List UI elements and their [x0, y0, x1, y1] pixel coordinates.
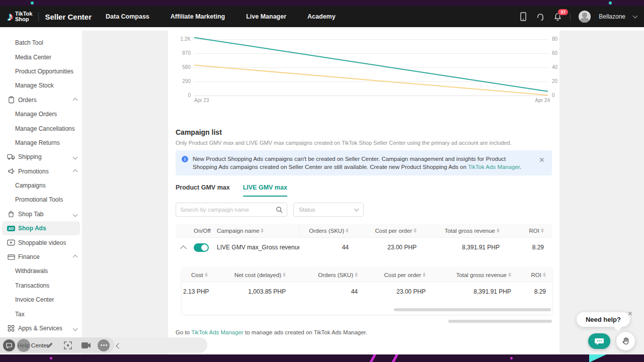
sort-icon[interactable] [497, 228, 500, 233]
sort-icon[interactable] [205, 273, 208, 277]
status-dropdown[interactable]: Status [293, 203, 364, 217]
nav-item-academy[interactable]: Academy [307, 13, 336, 20]
sidebar-item-manage-returns[interactable]: Manage Returns [0, 136, 82, 150]
campaign-toggle[interactable] [194, 243, 209, 252]
subtable-header-row: Cost Net cost (delayed) Orders (SKU) Cos… [182, 268, 552, 282]
chevron-down-icon[interactable] [73, 211, 77, 218]
help-center-chat-icon[interactable] [3, 339, 15, 351]
more-options-icon[interactable] [98, 339, 110, 351]
sidebar-item-apps-services[interactable]: Apps & Services [0, 321, 82, 335]
sidebar-item-label: Shipping [18, 153, 42, 160]
sort-icon[interactable] [355, 273, 358, 277]
nav-item-data-compass[interactable]: Data Compass [106, 13, 149, 20]
nav-item-live-manager[interactable]: Live Manager [246, 13, 286, 20]
notifications-bell-icon[interactable]: 37 [553, 12, 562, 21]
avatar[interactable] [579, 11, 591, 23]
sidebar-item-manage-stock[interactable]: Manage Stock [0, 78, 82, 93]
col-cost-per-order[interactable]: Cost per order [365, 272, 433, 278]
table-horizontal-scrollbar[interactable] [448, 320, 552, 323]
banner-close-icon[interactable] [538, 156, 546, 164]
subtable-horizontal-scrollbar[interactable] [394, 308, 551, 311]
sidebar-item-promotions[interactable]: Promotions [0, 164, 82, 178]
collapse-caret-icon[interactable] [180, 245, 187, 252]
brand-text: TikTok Shop [15, 11, 32, 22]
tab-live-gmv-max[interactable]: LIVE GMV max [243, 184, 287, 197]
support-headset-icon[interactable] [536, 12, 545, 21]
video-camera-icon[interactable] [79, 339, 93, 352]
chevron-down-icon[interactable] [73, 153, 77, 160]
chevron-down-icon[interactable] [73, 325, 77, 332]
subtable-row: 2.13 PHP 1,003.85 PHP 44 23.00 PHP 8,391… [182, 282, 552, 301]
sort-icon[interactable] [261, 228, 264, 233]
chevron-up-icon[interactable] [73, 253, 77, 260]
ad-badge: AD [7, 226, 16, 232]
collapse-toolbar-icon[interactable] [117, 341, 121, 350]
sidebar-item-batch-tool[interactable]: Batch Tool [0, 36, 82, 50]
sidebar-item-finance[interactable]: Finance [0, 250, 82, 264]
spacer [182, 301, 552, 308]
sort-icon[interactable] [543, 273, 546, 277]
tiktok-shop-logo[interactable]: ♪ TikTok Shop [7, 11, 32, 23]
sidebar-item-transactions[interactable]: Transactions [0, 279, 82, 293]
tab-product-gmv-max[interactable]: Product GMV max [176, 184, 230, 197]
sort-icon[interactable] [423, 273, 426, 277]
col-campaign-name[interactable]: Campaign name [217, 224, 300, 237]
sidebar-item-label: Shoppable videos [18, 239, 66, 246]
sidebar-item-product-opportunities[interactable]: Product Opportunities [0, 64, 82, 78]
raise-hand-button[interactable] [616, 332, 635, 350]
col-total-gross-revenue[interactable]: Total gross revenue [433, 272, 518, 278]
col-roi[interactable]: ROI [518, 272, 552, 278]
sidebar-item-label: Product Opportunities [15, 68, 73, 75]
chevron-up-icon[interactable] [73, 168, 77, 175]
sidebar-item-shop-ads[interactable]: ADShop Ads [2, 221, 80, 235]
col-cost[interactable]: Cost [182, 272, 221, 278]
mobile-app-icon[interactable] [519, 12, 528, 21]
campaign-name[interactable]: LIVE GMV max_Gross revenue_... [217, 238, 300, 257]
sidebar-item-label: Orders [18, 97, 37, 104]
sidebar-item-manage-cancellations[interactable]: Manage Cancellations [0, 121, 82, 135]
campaign-search[interactable] [176, 203, 287, 217]
sort-icon[interactable] [414, 228, 417, 233]
sort-icon[interactable] [508, 273, 511, 277]
recorder-drag-handle[interactable] [17, 339, 30, 352]
sidebar-item-invoice-center[interactable]: Invoice Center [0, 293, 82, 307]
y-tick-right: 60 [552, 50, 559, 56]
search-input[interactable] [180, 207, 276, 213]
col-cost-per-order[interactable]: Cost per order [356, 228, 424, 234]
user-name: Bellazone [599, 13, 625, 20]
sidebar-item-orders[interactable]: Orders [0, 93, 82, 107]
notification-badge: 37 [557, 9, 569, 16]
sidebar-item-label: Media Center [15, 54, 51, 61]
sort-icon[interactable] [346, 228, 349, 233]
sidebar-item-shipping[interactable]: Shipping [0, 150, 82, 164]
screenshot-frame-icon[interactable] [61, 339, 74, 352]
sort-icon[interactable] [541, 228, 544, 233]
pen-icon[interactable] [43, 339, 56, 352]
sidebar-item-shop-tab[interactable]: Shop Tab [0, 207, 82, 221]
sidebar-item-campaigns[interactable]: Campaigns [0, 178, 82, 193]
sidebar-item-shoppable-videos[interactable]: Shoppable videos [0, 235, 82, 249]
sort-icon[interactable] [283, 273, 286, 277]
col-orders-sku[interactable]: Orders (SKU) [293, 272, 365, 278]
col-roi[interactable]: ROI [507, 228, 552, 234]
tooltip-close-icon[interactable] [627, 310, 634, 317]
y-tick-left: 0 [176, 93, 191, 98]
sidebar-item-withdrawals[interactable]: Withdrawals [0, 264, 82, 278]
campaign-row: LIVE GMV max_Gross revenue_... 44 23.00 … [176, 238, 552, 257]
sidebar-item-tax[interactable]: Tax [0, 307, 82, 321]
banner-ads-manager-link[interactable]: TikTok Ads Manager [468, 164, 520, 170]
chevron-up-icon[interactable] [73, 97, 77, 104]
col-orders-sku[interactable]: Orders (SKU) [300, 228, 356, 234]
truck-icon [7, 153, 15, 161]
chevron-down-icon[interactable] [633, 14, 638, 19]
live-chat-button[interactable] [588, 333, 610, 349]
sidebar-item-media-center[interactable]: Media Center [0, 50, 82, 64]
col-total-gross-revenue[interactable]: Total gross revenue [424, 228, 507, 234]
footer-ads-manager-link[interactable]: TikTok Ads Manager [191, 329, 244, 335]
search-icon[interactable] [276, 206, 283, 213]
sidebar-item-promotional-tools[interactable]: Promotional Tools [0, 193, 82, 207]
col-net-cost-delayed[interactable]: Net cost (delayed) [221, 272, 293, 278]
nav-item-affiliate-marketing[interactable]: Affiliate Marketing [171, 13, 225, 20]
toolbar-items: Help Center [0, 339, 121, 352]
sidebar-item-manage-orders[interactable]: Manage Orders [0, 107, 82, 121]
